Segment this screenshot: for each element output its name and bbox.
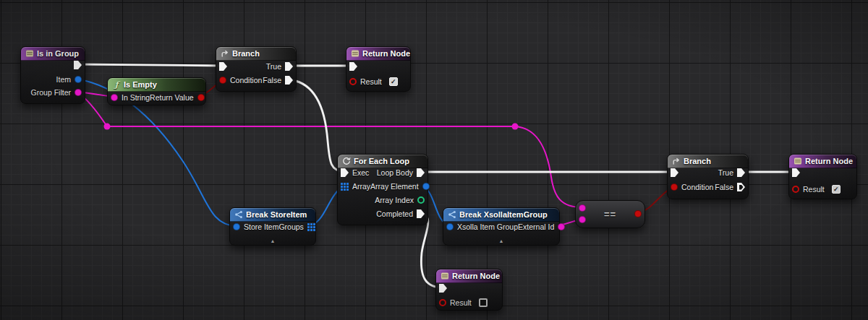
pin-in-string[interactable] bbox=[111, 94, 118, 101]
macro-sheet-icon bbox=[793, 157, 802, 165]
node-header[interactable]: Break XsollaItemGroup bbox=[443, 208, 559, 222]
node-header[interactable]: For Each Loop bbox=[338, 155, 427, 168]
pin-pin-exec[interactable] bbox=[439, 284, 447, 293]
pin-pin-exec[interactable] bbox=[74, 61, 82, 69]
break-struct-icon bbox=[448, 210, 456, 219]
pin-label: Return Value bbox=[150, 93, 194, 102]
pin-true-exec[interactable] bbox=[737, 168, 745, 177]
node-return-node-2[interactable]: Return NodeResult✓ bbox=[788, 154, 857, 199]
pin-xsolla-item-group[interactable] bbox=[446, 223, 454, 230]
pin-label: Condition bbox=[230, 76, 262, 85]
pin-label: Store Item bbox=[244, 222, 278, 231]
pin-row: Group Filter bbox=[24, 86, 82, 99]
node-branch-1[interactable]: BranchTrueConditionFalse bbox=[216, 46, 297, 92]
pin-result[interactable] bbox=[792, 186, 799, 193]
pin-label: Loop Body bbox=[377, 168, 413, 177]
pin-result[interactable] bbox=[349, 78, 357, 85]
result-checkbox[interactable]: ✓ bbox=[832, 185, 841, 194]
expand-pins-arrow[interactable]: ▲ bbox=[443, 238, 559, 244]
node-return-node-1[interactable]: Return NodeResult✓ bbox=[346, 46, 411, 92]
pin-row: Store ItemGroups bbox=[233, 220, 312, 233]
node-header[interactable]: Break StoreItem bbox=[230, 208, 315, 222]
wire-reroute-2-to-equals-a[interactable] bbox=[515, 126, 582, 207]
pin-condition[interactable] bbox=[219, 77, 226, 84]
result-checkbox[interactable]: ✓ bbox=[389, 77, 398, 86]
node-title: Return Node bbox=[452, 272, 500, 280]
macro-sheet-icon bbox=[351, 49, 359, 58]
node-for-each-loop[interactable]: For Each LoopExecLoop BodyArrayArray Ele… bbox=[337, 154, 428, 225]
pin-row: True bbox=[219, 60, 293, 73]
macro-sheet-icon bbox=[25, 49, 34, 58]
node-title: Return Node bbox=[805, 157, 853, 165]
pin-label: Groups bbox=[278, 222, 303, 231]
branch-icon bbox=[672, 157, 681, 165]
pin-completed-exec[interactable] bbox=[417, 209, 425, 218]
pin-label: Result bbox=[360, 77, 382, 86]
result-checkbox[interactable] bbox=[479, 298, 488, 307]
pin-label: False bbox=[263, 76, 281, 85]
node-title: Break XsollaItemGroup bbox=[459, 210, 548, 219]
node-title: Return Node bbox=[362, 49, 410, 58]
node-header[interactable]: Return Node bbox=[346, 47, 410, 61]
node-return-node-3[interactable]: Return NodeResult bbox=[435, 269, 503, 311]
node-is-in-group[interactable]: Is in GroupItemGroup Filter bbox=[20, 46, 85, 104]
pin-array-element[interactable] bbox=[422, 183, 430, 190]
pin-item[interactable] bbox=[75, 76, 82, 83]
pin-pin-exec[interactable] bbox=[349, 62, 357, 71]
pin-return-value[interactable] bbox=[197, 94, 205, 101]
reroute-pin[interactable] bbox=[104, 124, 111, 130]
pin-pin-exec[interactable] bbox=[671, 168, 678, 177]
pin-loop-body-exec[interactable] bbox=[417, 168, 425, 177]
node-header[interactable]: Is in Group bbox=[21, 47, 85, 61]
pin-false-exec[interactable] bbox=[737, 183, 745, 191]
pin-row: ExecLoop Body bbox=[341, 166, 425, 179]
expand-pins-arrow[interactable]: ▲ bbox=[230, 238, 315, 244]
node-title: Branch bbox=[232, 49, 260, 58]
pin-external-id[interactable] bbox=[558, 223, 565, 230]
pin-pin-exec[interactable] bbox=[219, 62, 227, 71]
pin-exec-exec[interactable] bbox=[341, 168, 349, 177]
branch-icon bbox=[221, 49, 229, 58]
pin-label: Result bbox=[803, 185, 825, 194]
wire-entry-to-branch-1[interactable] bbox=[77, 64, 223, 66]
pin-label: Array Index bbox=[375, 196, 414, 204]
pin-row bbox=[349, 60, 407, 73]
node-title: Is in Group bbox=[37, 49, 79, 58]
pin-result[interactable] bbox=[439, 299, 446, 306]
node-header[interactable]: Return Node bbox=[789, 155, 856, 168]
pin-label: Item bbox=[56, 75, 71, 84]
node-break-xsollaitemgroup[interactable]: Break XsollaItemGroupXsolla Item GroupEx… bbox=[443, 207, 560, 246]
pin-row: ConditionFalse bbox=[671, 181, 745, 194]
pin-label: In String bbox=[122, 93, 150, 102]
pin-row: Array Index bbox=[341, 194, 425, 207]
pin-label: Array bbox=[352, 182, 370, 191]
pin-groups[interactable] bbox=[307, 223, 315, 231]
node-break-storeitem[interactable]: Break StoreItemStore ItemGroups▲ bbox=[229, 207, 316, 246]
break-struct-icon bbox=[234, 210, 243, 219]
pin-label: Result bbox=[450, 298, 472, 307]
node-header[interactable]: Branch bbox=[216, 47, 296, 61]
pin-array[interactable] bbox=[341, 183, 349, 191]
node-branch-2[interactable]: BranchTrueConditionFalse bbox=[667, 154, 749, 199]
pin-group-filter[interactable] bbox=[75, 89, 82, 96]
blueprint-graph-canvas[interactable]: Is in GroupItemGroup FilterƒIs EmptyIn S… bbox=[0, 0, 868, 320]
pin-store-item[interactable] bbox=[233, 223, 240, 230]
pin-false-exec[interactable] bbox=[285, 76, 293, 85]
node-equals-equals[interactable]: == bbox=[575, 200, 645, 228]
pin-array-index[interactable] bbox=[417, 196, 425, 204]
reroute-pin[interactable] bbox=[512, 124, 519, 130]
node-title: Is Empty bbox=[124, 80, 157, 89]
pin-label: Array Element bbox=[370, 182, 419, 191]
node-is-empty[interactable]: ƒIs EmptyIn StringReturn Value bbox=[107, 77, 206, 105]
pin-label: Condition bbox=[681, 183, 713, 191]
node-header[interactable]: ƒIs Empty bbox=[108, 78, 205, 92]
pin-row: Result✓ bbox=[792, 183, 854, 196]
pin-condition[interactable] bbox=[671, 183, 678, 191]
pin-row: Completed bbox=[341, 207, 425, 220]
pin-pin-exec[interactable] bbox=[792, 168, 800, 177]
node-header[interactable]: Return Node bbox=[436, 269, 502, 283]
pin-row: In StringReturn Value bbox=[111, 91, 203, 104]
pin-true-exec[interactable] bbox=[285, 62, 293, 71]
node-header[interactable]: Branch bbox=[668, 155, 748, 168]
pin-row: Result✓ bbox=[349, 75, 407, 88]
